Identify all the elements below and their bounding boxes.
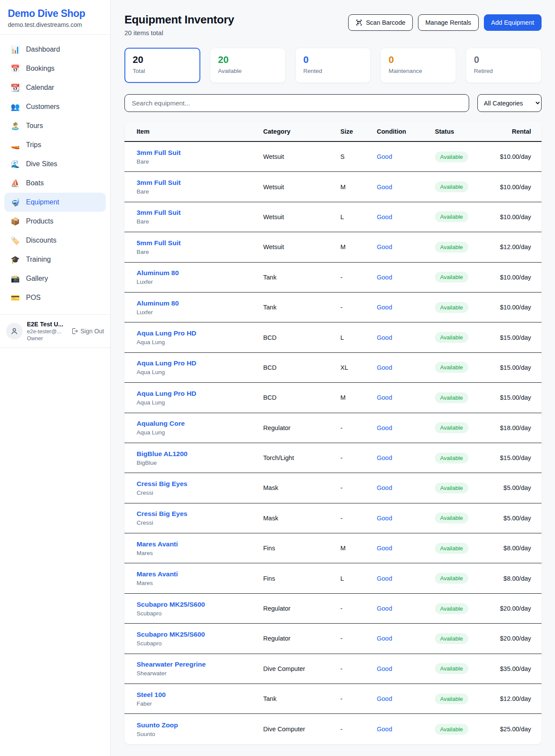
logout-icon [71, 328, 78, 335]
category-cell: Mask [263, 515, 340, 522]
stat-card-rented[interactable]: 0Rented [295, 48, 371, 83]
rental-cell: $15.00/day [500, 454, 531, 461]
stat-card-maintenance[interactable]: 0Maintenance [380, 48, 456, 83]
page-header-text: Equipment Inventory 20 items total [124, 13, 234, 36]
item-name-link[interactable]: Cressi Big Eyes [137, 480, 263, 488]
sidebar-item-equipment[interactable]: 🤿Equipment [4, 193, 106, 212]
sign-out-button[interactable]: Sign Out [71, 328, 104, 335]
item-name-link[interactable]: 5mm Full Suit [137, 239, 263, 247]
table-row: Steel 100FaberTank-GoodAvailable$12.00/d… [124, 684, 542, 714]
sidebar-item-label: Calendar [26, 84, 54, 92]
item-name-link[interactable]: Aqua Lung Pro HD [137, 390, 263, 398]
status-badge: Available [435, 272, 468, 283]
sidebar-item-tours[interactable]: 🏝️Tours [4, 116, 106, 135]
item-name-link[interactable]: Aluminum 80 [137, 269, 263, 277]
condition-link[interactable]: Good [377, 334, 435, 341]
sidebar-item-label: Boats [26, 179, 44, 187]
condition-link[interactable]: Good [377, 274, 435, 281]
item-name-link[interactable]: Mares Avanti [137, 570, 263, 578]
condition-link[interactable]: Good [377, 304, 435, 311]
stat-card-available[interactable]: 20Available [210, 48, 286, 83]
item-name-link[interactable]: BigBlue AL1200 [137, 450, 263, 458]
table-row: Mares AvantiMaresFinsLGoodAvailable$8.00… [124, 563, 542, 593]
item-name-link[interactable]: Mares Avanti [137, 540, 263, 548]
manage-rentals-label: Manage Rentals [425, 19, 471, 26]
sailboat-icon: ⛵ [10, 179, 20, 188]
size-cell: M [340, 184, 377, 191]
condition-link[interactable]: Good [377, 605, 435, 612]
rental-cell: $10.00/day [500, 304, 531, 311]
condition-link[interactable]: Good [377, 484, 435, 491]
stat-card-retired[interactable]: 0Retired [466, 48, 542, 83]
sidebar-item-boats[interactable]: ⛵Boats [4, 174, 106, 193]
sidebar-item-bookings[interactable]: 📅Bookings [4, 59, 106, 78]
scan-barcode-button[interactable]: Scan Barcode [348, 14, 413, 31]
stat-card-total[interactable]: 20Total [124, 48, 200, 83]
category-cell: Torch/Light [263, 454, 340, 461]
item-name-link[interactable]: 3mm Full Suit [137, 149, 263, 157]
item-cell: Aluminum 80Luxfer [137, 299, 263, 316]
size-cell: M [340, 243, 377, 250]
condition-link[interactable]: Good [377, 394, 435, 401]
brand-title[interactable]: Demo Dive Shop [8, 8, 101, 20]
add-equipment-label: Add Equipment [491, 19, 534, 26]
condition-link[interactable]: Good [377, 424, 435, 431]
condition-link[interactable]: Good [377, 665, 435, 672]
status-badge: Available [435, 663, 468, 674]
sidebar-item-dashboard[interactable]: 📊Dashboard [4, 40, 106, 59]
size-cell: L [340, 575, 377, 582]
rental-cell: $8.00/day [500, 545, 531, 552]
condition-link[interactable]: Good [377, 515, 435, 522]
sidebar-item-label: POS [26, 294, 41, 302]
item-name-link[interactable]: Suunto Zoop [137, 721, 263, 729]
sidebar-item-training[interactable]: 🎓Training [4, 250, 106, 269]
item-name-link[interactable]: Aqua Lung Pro HD [137, 329, 263, 337]
sidebar-item-pos[interactable]: 💳POS [4, 288, 106, 307]
status-badge: Available [435, 422, 468, 433]
condition-link[interactable]: Good [377, 454, 435, 461]
sidebar-item-products[interactable]: 📦Products [4, 212, 106, 231]
manage-rentals-button[interactable]: Manage Rentals [418, 14, 479, 31]
item-name-link[interactable]: 3mm Full Suit [137, 179, 263, 187]
status-cell: Available [435, 422, 500, 433]
item-brand: Mares [137, 580, 263, 586]
condition-link[interactable]: Good [377, 726, 435, 733]
item-name-link[interactable]: Cressi Big Eyes [137, 510, 263, 518]
sidebar-item-gallery[interactable]: 📸Gallery [4, 269, 106, 288]
item-name-link[interactable]: Steel 100 [137, 691, 263, 699]
item-cell: Aqua Lung Pro HDAqua Lung [137, 359, 263, 375]
condition-link[interactable]: Good [377, 545, 435, 552]
sidebar-item-label: Customers [26, 103, 59, 111]
condition-link[interactable]: Good [377, 575, 435, 582]
column-header-status: Status [435, 128, 500, 135]
status-cell: Available [435, 483, 500, 493]
condition-link[interactable]: Good [377, 214, 435, 220]
sidebar-item-customers[interactable]: 👥Customers [4, 97, 106, 116]
item-name-link[interactable]: Aqualung Core [137, 420, 263, 427]
status-badge: Available [435, 302, 468, 313]
item-name-link[interactable]: Scubapro MK25/S600 [137, 601, 263, 608]
table-row: Suunto ZoopSuuntoDive Computer-GoodAvail… [124, 714, 542, 744]
item-name-link[interactable]: Aqua Lung Pro HD [137, 359, 263, 367]
condition-link[interactable]: Good [377, 635, 435, 642]
stat-label: Maintenance [388, 68, 448, 74]
user-box: E2E Test U... e2e-tester@... Owner Sign … [0, 314, 110, 348]
condition-link[interactable]: Good [377, 153, 435, 160]
condition-link[interactable]: Good [377, 364, 435, 371]
item-cell: Mares AvantiMares [137, 540, 263, 556]
category-select[interactable]: All Categories [477, 94, 542, 112]
item-name-link[interactable]: Scubapro MK25/S600 [137, 631, 263, 638]
sidebar-item-dive-sites[interactable]: 🌊Dive Sites [4, 154, 106, 174]
add-equipment-button[interactable]: Add Equipment [484, 14, 542, 31]
item-brand: Bare [137, 188, 263, 195]
item-name-link[interactable]: 3mm Full Suit [137, 209, 263, 217]
search-input[interactable] [124, 94, 469, 112]
item-name-link[interactable]: Shearwater Peregrine [137, 661, 263, 668]
condition-link[interactable]: Good [377, 695, 435, 702]
sidebar-item-trips[interactable]: 🚤Trips [4, 135, 106, 154]
condition-link[interactable]: Good [377, 243, 435, 250]
sidebar-item-calendar[interactable]: 📆Calendar [4, 78, 106, 97]
sidebar-item-discounts[interactable]: 🏷️Discounts [4, 231, 106, 250]
item-name-link[interactable]: Aluminum 80 [137, 299, 263, 307]
condition-link[interactable]: Good [377, 184, 435, 191]
